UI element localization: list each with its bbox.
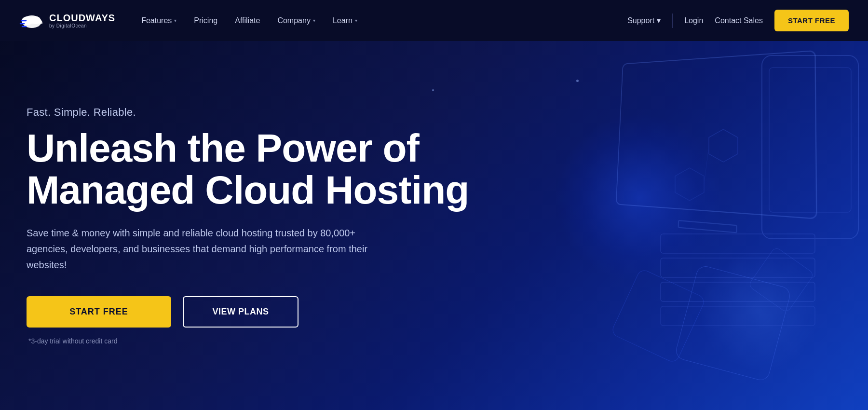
- nav-link-login[interactable]: Login: [684, 16, 703, 25]
- device-illustration: [637, 41, 868, 410]
- nav-item-pricing[interactable]: Pricing: [187, 13, 224, 29]
- glow-orb-2: [699, 251, 820, 371]
- brand-sub: by DigitalOcean: [49, 23, 115, 28]
- hero-graphics: [434, 41, 868, 410]
- svg-rect-6: [762, 55, 858, 239]
- decoration-dot-1: [576, 80, 579, 82]
- hero-buttons: START FREE VIEW PLANS: [27, 296, 469, 328]
- hex-container: [588, 207, 829, 400]
- chevron-down-icon: ▾: [657, 16, 661, 25]
- monitor-shape: [616, 50, 817, 219]
- svg-rect-8: [661, 234, 815, 253]
- svg-rect-9: [661, 258, 815, 277]
- hero-view-plans-button[interactable]: VIEW PLANS: [183, 296, 298, 328]
- nav-link-company[interactable]: Company ▾: [271, 13, 322, 29]
- nav-item-affiliate[interactable]: Affiliate: [228, 13, 267, 29]
- nav-links: Features ▾ Pricing Affiliate Company ▾: [135, 13, 364, 29]
- nav-link-affiliate[interactable]: Affiliate: [228, 13, 267, 29]
- hero-section: Fast. Simple. Reliable. Unleash the Powe…: [0, 41, 868, 410]
- hex-shape-2: [610, 268, 706, 364]
- hero-title-text: Unleash the Power ofManaged Cloud Hostin…: [27, 126, 469, 211]
- brand-name: CLOUDWAYS: [49, 13, 115, 23]
- chevron-down-icon: ▾: [174, 18, 176, 23]
- svg-rect-10: [661, 282, 815, 301]
- nav-item-features[interactable]: Features ▾: [135, 13, 183, 29]
- decoration-dot-2: [432, 89, 434, 91]
- hero-start-free-button[interactable]: START FREE: [27, 296, 171, 328]
- nav-link-learn[interactable]: Learn ▾: [326, 13, 364, 29]
- nav-link-features[interactable]: Features ▾: [135, 13, 183, 29]
- svg-rect-7: [769, 68, 851, 212]
- hex-shape-1: [674, 264, 792, 383]
- logo-text: CLOUDWAYS by DigitalOcean: [49, 13, 115, 28]
- nav-right: Support ▾ Login Contact Sales START FREE: [627, 10, 849, 31]
- nav-link-pricing[interactable]: Pricing: [187, 13, 224, 29]
- hex-shape-3: [747, 246, 814, 313]
- hero-content: Fast. Simple. Reliable. Unleash the Powe…: [0, 106, 469, 344]
- nav-left: CLOUDWAYS by DigitalOcean Features ▾ Pri…: [19, 11, 364, 30]
- svg-marker-12: [709, 129, 738, 162]
- logo[interactable]: CLOUDWAYS by DigitalOcean: [19, 11, 115, 30]
- nav-link-contact-sales[interactable]: Contact Sales: [715, 16, 763, 25]
- glow-orb-1: [555, 113, 723, 282]
- nav-divider: [672, 14, 673, 28]
- nav-link-support[interactable]: Support ▾: [627, 16, 661, 25]
- cloudways-logo-icon: [19, 11, 44, 30]
- nav-item-learn[interactable]: Learn ▾: [326, 13, 364, 29]
- nav-start-free-button[interactable]: START FREE: [774, 10, 849, 31]
- hero-tagline: Fast. Simple. Reliable.: [27, 106, 469, 119]
- hero-description: Save time & money with simple and reliab…: [27, 225, 461, 273]
- hero-title: Unleash the Power ofManaged Cloud Hostin…: [27, 127, 469, 210]
- navbar: CLOUDWAYS by DigitalOcean Features ▾ Pri…: [0, 0, 868, 41]
- nav-item-company[interactable]: Company ▾: [271, 13, 322, 29]
- chevron-down-icon: ▾: [355, 18, 357, 23]
- svg-marker-13: [675, 168, 704, 201]
- svg-line-14: [704, 146, 709, 184]
- hero-footnote: *3-day trial without credit card: [28, 337, 469, 345]
- svg-rect-11: [661, 306, 815, 326]
- chevron-down-icon: ▾: [313, 18, 315, 23]
